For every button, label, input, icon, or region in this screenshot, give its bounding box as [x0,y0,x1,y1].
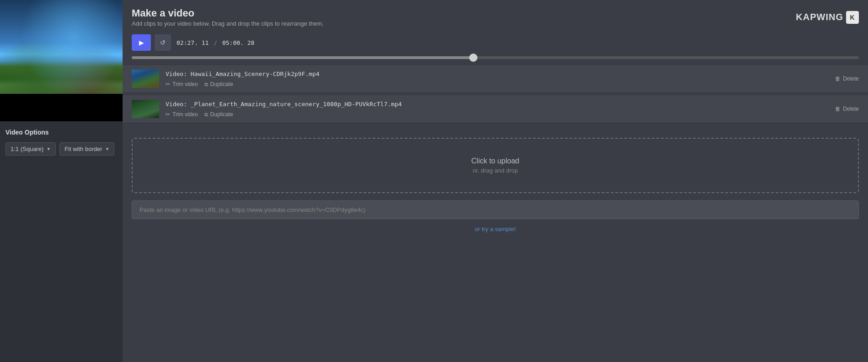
clip-actions: Trim video Duplicate [166,111,829,118]
current-time: 02:27. 11 [177,39,209,46]
duplicate-label: Duplicate [210,81,233,87]
clip-name: Video: _Planet_Earth_Amazing_nature_scen… [166,101,829,108]
progress-bar-fill [132,56,473,59]
clip-actions: Trim video Duplicate [166,81,829,87]
time-display: 02:27. 11 / 05:00. 28 [177,39,254,46]
upload-section: Click to upload or, drag and drop or try… [123,129,868,242]
trash-icon [835,106,841,112]
copy-icon [204,81,208,87]
total-time: 05:00. 28 [222,39,254,46]
duplicate-button[interactable]: Duplicate [204,81,233,87]
scissors-icon [166,111,170,118]
sidebar: Video Options 1:1 (Square) ▼ Fit with bo… [0,0,123,362]
url-input[interactable] [132,200,859,219]
clip-item: Video: Hawaii_Amazing_Scenery-CDRjk2p9F.… [123,65,868,93]
topbar: Make a video Add clips to your video bel… [123,0,868,31]
progress-bar-track[interactable] [132,56,859,59]
video-preview [0,0,123,121]
clips-area: Video: Hawaii_Amazing_Scenery-CDRjk2p9F.… [123,61,868,129]
main-content: Make a video Add clips to your video bel… [123,0,868,362]
delete-clip-button[interactable]: Delete [835,106,859,112]
aspect-ratio-dropdown[interactable]: 1:1 (Square) ▼ [5,142,56,156]
delete-label: Delete [843,76,859,82]
trim-label: Trim video [172,81,198,87]
video-options-controls: 1:1 (Square) ▼ Fit with border ▼ [5,142,117,156]
logo-icon: K [850,14,855,21]
try-sample-link[interactable]: or try a sample! [132,226,859,232]
logo-text: KAPWING [796,12,843,22]
page-subtitle: Add clips to your video below. Drag and … [132,20,324,27]
clip-item: Video: _Planet_Earth_Amazing_nature_scen… [123,95,868,123]
trash-icon [835,76,841,82]
clip-thumbnail [132,100,159,118]
fit-mode-dropdown[interactable]: Fit with border ▼ [59,142,114,156]
clip-thumbnail [132,70,159,88]
progress-handle[interactable] [469,54,477,62]
trim-video-button[interactable]: Trim video [166,111,198,118]
duplicate-button[interactable]: Duplicate [204,111,233,118]
duplicate-label: Duplicate [210,111,233,118]
aspect-ratio-label: 1:1 (Square) [11,146,43,152]
clip-info: Video: _Planet_Earth_Amazing_nature_scen… [166,101,829,118]
video-options-panel: Video Options 1:1 (Square) ▼ Fit with bo… [0,121,123,163]
scissors-icon [166,81,170,87]
fit-mode-label: Fit with border [64,146,102,152]
video-options-title: Video Options [5,129,117,136]
restart-icon: ↺ [160,39,166,46]
clip-name: Video: Hawaii_Amazing_Scenery-CDRjk2p9F.… [166,70,829,77]
play-icon: ▶ [139,39,144,46]
restart-button[interactable]: ↺ [155,34,171,51]
trim-video-button[interactable]: Trim video [166,81,198,87]
topbar-left: Make a video Add clips to your video bel… [132,7,324,27]
trim-label: Trim video [172,111,198,118]
progress-bar-container[interactable] [123,54,868,59]
player-controls: ▶ ↺ 02:27. 11 / 05:00. 28 [123,31,868,54]
copy-icon [204,111,208,118]
time-separator: / [214,39,217,46]
preview-bottom-bar [0,94,123,121]
page-title: Make a video [132,7,324,19]
upload-sub-text: or, drag and drop [142,167,849,174]
logo-box: K [846,11,859,24]
fit-mode-chevron-icon: ▼ [105,146,110,151]
delete-clip-button[interactable]: Delete [835,76,859,82]
clip-info: Video: Hawaii_Amazing_Scenery-CDRjk2p9F.… [166,70,829,87]
delete-label: Delete [843,106,859,112]
kapwing-logo: KAPWING K [796,11,859,24]
upload-dropzone[interactable]: Click to upload or, drag and drop [132,138,859,193]
play-button[interactable]: ▶ [132,34,151,51]
aspect-ratio-chevron-icon: ▼ [46,146,51,151]
upload-main-text: Click to upload [142,157,849,165]
